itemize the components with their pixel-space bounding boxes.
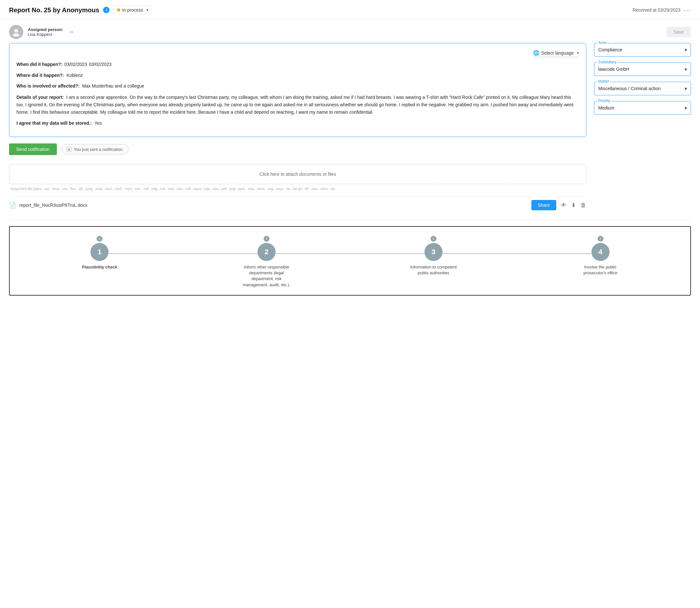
step-info-icon-2[interactable]: i [264, 236, 269, 242]
workflow-step-2: i 2 Inform other responsible departments… [183, 236, 350, 288]
assigned-left: Assigned person: Lisa Küppers ✏ [9, 25, 74, 39]
divider [9, 220, 691, 220]
matter-select[interactable]: Miscellaneous / Criminal action [594, 82, 691, 95]
lang-chevron-icon: ▾ [577, 51, 579, 55]
subsidiary-field: Subsidiary lawcode GmbH ▾ [594, 62, 691, 76]
subsidiary-label: Subsidiary [597, 60, 617, 64]
lang-label: Select language [542, 51, 574, 56]
file-name: report_file_NocR3ustP6TruL.docx [19, 203, 87, 208]
priority-select-wrapper: Medium ▾ [594, 101, 691, 115]
status-dot [117, 8, 120, 12]
step-label-4: Involve the public prosecutor's office [575, 264, 626, 276]
when-field: When did it happen?: 03/02/2023 03/02/20… [17, 61, 579, 68]
info-icon[interactable]: i [103, 7, 110, 13]
step-top-4: i [598, 236, 603, 242]
file-drop-zone[interactable]: Click here to attach documents or files [9, 164, 586, 184]
priority-label: Priority [597, 98, 611, 103]
workflow-step-3: i 3 Information to competent public auth… [350, 236, 517, 276]
file-types-label: Supported file types: .avi, .bmp, .css, … [9, 187, 586, 191]
step-top-2: i [264, 236, 269, 242]
where-label: Where did it happen?: [17, 73, 64, 78]
step-label-3: Information to competent public authorit… [408, 264, 459, 276]
step-circle-3: 3 [424, 243, 442, 261]
view-icon[interactable]: 👁 [561, 202, 567, 209]
edit-icon[interactable]: ✏ [70, 29, 74, 35]
file-actions: Share 👁 ⬇ 🗑 [531, 200, 586, 210]
avatar [9, 25, 23, 39]
agree-field: I agree that my data will be stored.: Ye… [17, 120, 579, 127]
share-button[interactable]: Share [531, 200, 556, 210]
step-top-3: i [431, 236, 436, 242]
step-info-icon-1[interactable]: i [97, 236, 102, 242]
header-left: Report No. 25 by Anonymous i In process … [9, 6, 152, 14]
priority-select[interactable]: Medium [594, 101, 691, 115]
notification-row: Send notification ⊘ You just sent a noti… [9, 144, 586, 155]
subsidiary-select-wrapper: lawcode GmbH ▾ [594, 62, 691, 76]
step-top-1: i [97, 236, 102, 242]
area-select-wrapper: Compliance ▾ [594, 43, 691, 57]
subsidiary-select[interactable]: lawcode GmbH [594, 62, 691, 76]
report-box: 🌐 Select language ▾ When did it happen?:… [9, 43, 586, 137]
matter-label: Matter [597, 79, 610, 84]
lang-selector[interactable]: 🌐 Select language ▾ [533, 50, 579, 57]
where-field: Where did it happen?: Koblenz [17, 72, 579, 79]
page-title: Report No. 25 by Anonymous [9, 6, 99, 14]
chevron-down-icon: ▾ [146, 8, 148, 12]
assigned-label: Assigned person: [28, 27, 63, 32]
download-icon[interactable]: ⬇ [571, 202, 576, 209]
priority-field: Priority Medium ▾ [594, 101, 691, 115]
send-notification-button[interactable]: Send notification [9, 144, 57, 155]
file-icon: 📄 [9, 202, 16, 209]
delete-icon[interactable]: 🗑 [581, 202, 586, 209]
left-panel: 🌐 Select language ▾ When did it happen?:… [9, 43, 586, 213]
more-icon[interactable]: ··· [683, 6, 691, 14]
area-label: Area [597, 40, 607, 45]
globe-icon: 🌐 [533, 50, 540, 56]
svg-point-1 [13, 33, 19, 37]
matter-field: Matter Miscellaneous / Criminal action ▾ [594, 82, 691, 95]
page-header: Report No. 25 by Anonymous i In process … [0, 0, 700, 19]
assigned-person-row: Assigned person: Lisa Küppers ✏ Save [0, 19, 700, 43]
when-label: When did it happen?: [17, 62, 62, 67]
step-label-1: Plausibility check [82, 264, 117, 270]
step-circle-1: 1 [91, 243, 109, 261]
workflow-box: i 1 Plausibility check i 2 Inform other … [9, 226, 691, 296]
step-info-icon-3[interactable]: i [431, 236, 436, 242]
step-label-2: Inform other responsible departments (le… [241, 264, 292, 288]
check-circle-icon: ⊘ [66, 146, 72, 152]
header-right: Received at 03/29/2023 ··· [632, 6, 691, 14]
lang-selector-row: 🌐 Select language ▾ [17, 50, 579, 57]
sent-label: You just sent a notification. [74, 147, 124, 152]
who-label: Who is involved or affected?: [17, 83, 79, 89]
svg-point-0 [14, 29, 18, 33]
workflow-step-1: i 1 Plausibility check [16, 236, 183, 270]
details-label: Details of your report: [17, 95, 64, 100]
assigned-name: Lisa Küppers [28, 32, 52, 37]
save-button[interactable]: Save [666, 27, 691, 37]
file-left: 📄 report_file_NocR3ustP6TruL.docx [9, 202, 87, 209]
file-row: 📄 report_file_NocR3ustP6TruL.docx Share … [9, 196, 586, 213]
received-label: Received at 03/29/2023 [632, 7, 680, 13]
when-value: 03/02/2023 [64, 62, 87, 67]
main-content: 🌐 Select language ▾ When did it happen?:… [0, 43, 700, 220]
status-label: In process [122, 7, 143, 13]
area-select[interactable]: Compliance [594, 43, 691, 57]
agree-label: I agree that my data will be stored.: [17, 120, 92, 126]
sent-badge: ⊘ You just sent a notification. [61, 144, 129, 154]
workflow-step-4: i 4 Involve the public prosecutor's offi… [517, 236, 684, 276]
who-field: Who is involved or affected?: Max Muster… [17, 83, 579, 90]
area-field: Area Compliance ▾ [594, 43, 691, 57]
workflow-steps: i 1 Plausibility check i 2 Inform other … [16, 236, 684, 288]
right-panel: Area Compliance ▾ Subsidiary lawcode Gmb… [594, 43, 691, 213]
assigned-text: Assigned person: Lisa Küppers [28, 27, 63, 37]
details-field: Details of your report: I am a second ye… [17, 94, 579, 116]
step-circle-2: 2 [258, 243, 276, 261]
step-info-icon-4[interactable]: i [598, 236, 603, 242]
step-circle-4: 4 [591, 243, 609, 261]
matter-select-wrapper: Miscellaneous / Criminal action ▾ [594, 82, 691, 95]
status-badge[interactable]: In process ▾ [113, 6, 152, 14]
